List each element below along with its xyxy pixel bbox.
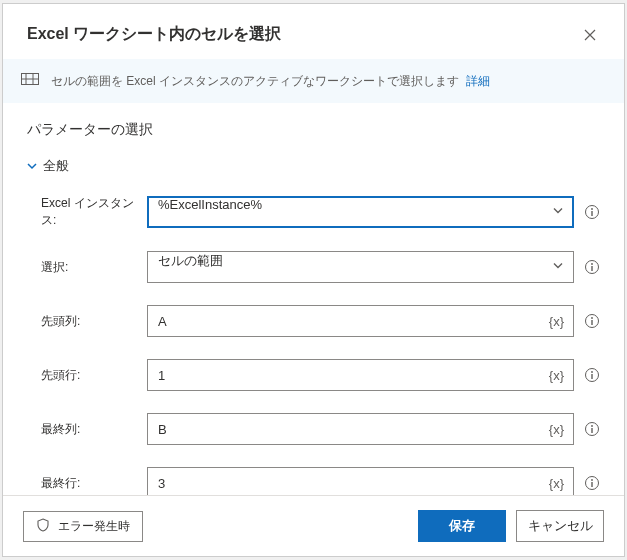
info-text-content: セルの範囲を Excel インスタンスのアクティブなワークシートで選択します xyxy=(51,74,459,88)
dialog-body: パラメーターの選択 全般 Excel インスタンス: %ExcelInstanc… xyxy=(3,103,624,495)
close-icon xyxy=(584,29,596,41)
on-error-label: エラー発生時 xyxy=(58,518,130,535)
dialog-footer: エラー発生時 保存 キャンセル xyxy=(3,495,624,556)
section-title: パラメーターの選択 xyxy=(27,121,600,139)
row-end-column: 最終列: {x} xyxy=(27,413,600,445)
info-icon-end-row[interactable] xyxy=(584,475,600,491)
svg-rect-15 xyxy=(591,374,592,379)
svg-rect-21 xyxy=(591,482,592,487)
svg-point-5 xyxy=(591,208,593,210)
svg-point-8 xyxy=(591,263,593,265)
info-icon-excel-instance[interactable] xyxy=(584,204,600,220)
cancel-button[interactable]: キャンセル xyxy=(516,510,604,542)
input-start-row[interactable] xyxy=(147,359,574,391)
info-text: セルの範囲を Excel インスタンスのアクティブなワークシートで選択します 詳… xyxy=(51,73,490,90)
dialog-title: Excel ワークシート内のセルを選択 xyxy=(27,24,281,45)
svg-rect-18 xyxy=(591,428,592,433)
info-icon-select[interactable] xyxy=(584,259,600,275)
svg-point-11 xyxy=(591,317,593,319)
footer-buttons: 保存 キャンセル xyxy=(418,510,604,542)
input-end-row[interactable] xyxy=(147,467,574,495)
excel-action-icon xyxy=(21,71,39,91)
shield-icon xyxy=(36,518,50,535)
dropdown-excel-instance[interactable]: %ExcelInstance% xyxy=(147,196,574,228)
label-end-row: 最終行: xyxy=(41,475,147,492)
row-start-column: 先頭列: {x} xyxy=(27,305,600,337)
info-icon-start-column[interactable] xyxy=(584,313,600,329)
chevron-down-icon xyxy=(552,260,564,275)
svg-rect-9 xyxy=(591,266,592,271)
svg-rect-6 xyxy=(591,211,592,216)
label-start-column: 先頭列: xyxy=(41,313,147,330)
row-select: 選択: セルの範囲 xyxy=(27,251,600,283)
dialog-window: Excel ワークシート内のセルを選択 セルの範囲を Excel インスタンスの… xyxy=(2,3,625,557)
svg-rect-12 xyxy=(591,320,592,325)
svg-point-20 xyxy=(591,479,593,481)
label-end-column: 最終列: xyxy=(41,421,147,438)
dropdown-select[interactable]: セルの範囲 xyxy=(147,251,574,283)
info-icon-start-row[interactable] xyxy=(584,367,600,383)
group-general-label: 全般 xyxy=(43,157,69,175)
info-details-link[interactable]: 詳細 xyxy=(466,74,490,88)
close-button[interactable] xyxy=(580,25,600,45)
dropdown-select-value: セルの範囲 xyxy=(158,253,223,268)
row-start-row: 先頭行: {x} xyxy=(27,359,600,391)
info-icon-end-column[interactable] xyxy=(584,421,600,437)
chevron-down-icon xyxy=(27,161,37,171)
row-end-row: 最終行: {x} xyxy=(27,467,600,495)
input-end-column[interactable] xyxy=(147,413,574,445)
on-error-button[interactable]: エラー発生時 xyxy=(23,511,143,542)
dialog-header: Excel ワークシート内のセルを選択 xyxy=(3,4,624,59)
input-start-column[interactable] xyxy=(147,305,574,337)
dropdown-excel-instance-value: %ExcelInstance% xyxy=(158,197,262,212)
svg-point-17 xyxy=(591,425,593,427)
save-button[interactable]: 保存 xyxy=(418,510,506,542)
label-start-row: 先頭行: xyxy=(41,367,147,384)
label-select: 選択: xyxy=(41,259,147,276)
info-banner: セルの範囲を Excel インスタンスのアクティブなワークシートで選択します 詳… xyxy=(3,59,624,103)
label-excel-instance: Excel インスタンス: xyxy=(41,195,147,229)
svg-point-14 xyxy=(591,371,593,373)
chevron-down-icon xyxy=(552,205,564,220)
row-excel-instance: Excel インスタンス: %ExcelInstance% xyxy=(27,195,600,229)
group-general-toggle[interactable]: 全般 xyxy=(27,157,600,175)
